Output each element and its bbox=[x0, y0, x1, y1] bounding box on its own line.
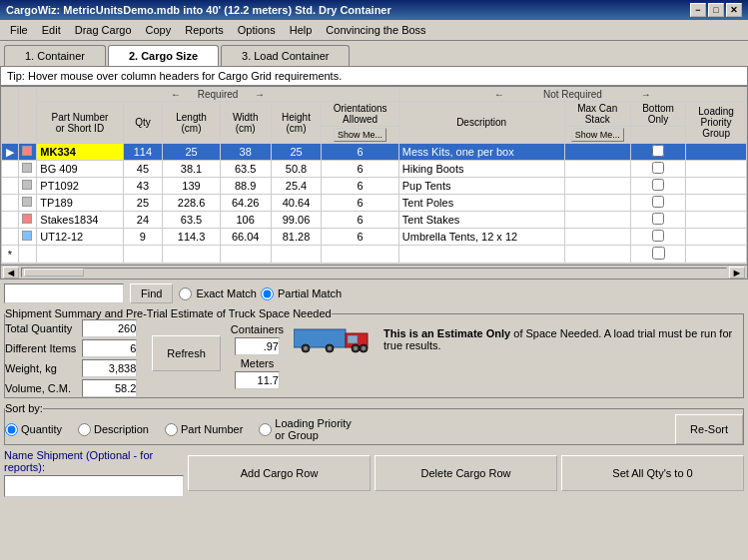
set-all-qtys-button[interactable]: Set All Qty's to 0 bbox=[561, 455, 744, 491]
new-row-bottom-only[interactable] bbox=[630, 246, 685, 264]
table-row[interactable]: ▶ MK334 114 25 38 25 6 Mess Kits, one pe… bbox=[2, 144, 747, 161]
row-description-cell[interactable]: Umbrella Tents, 12 x 12 bbox=[398, 229, 564, 246]
show-me-orientations-btn[interactable]: Show Me... bbox=[334, 128, 386, 142]
bottom-only-checkbox[interactable] bbox=[652, 196, 664, 208]
col-part-number-header[interactable]: Part Numberor Short ID bbox=[37, 102, 123, 144]
bottom-only-checkbox[interactable] bbox=[652, 179, 664, 191]
bottom-only-checkbox[interactable] bbox=[652, 162, 664, 174]
row-length-cell[interactable]: 38.1 bbox=[163, 161, 220, 178]
row-length-cell[interactable]: 114.3 bbox=[163, 229, 220, 246]
scroll-left-btn[interactable]: ◄ bbox=[3, 267, 19, 279]
row-width-cell[interactable]: 106 bbox=[220, 212, 271, 229]
row-width-cell[interactable]: 63.5 bbox=[220, 161, 271, 178]
menu-options[interactable]: Options bbox=[232, 22, 282, 38]
row-orientations-cell[interactable]: 6 bbox=[322, 229, 398, 246]
row-height-cell[interactable]: 50.8 bbox=[271, 161, 322, 178]
show-me-max-stack[interactable]: Show Me... bbox=[564, 127, 630, 144]
row-height-cell[interactable]: 25 bbox=[271, 144, 322, 161]
row-load-priority-cell[interactable] bbox=[686, 195, 747, 212]
row-max-stack-cell[interactable] bbox=[564, 212, 630, 229]
table-row[interactable]: UT12-12 9 114.3 66.04 81.28 6 Umbrella T… bbox=[2, 229, 747, 246]
row-orientations-cell[interactable]: 6 bbox=[322, 178, 398, 195]
bottom-only-checkbox[interactable] bbox=[652, 213, 664, 225]
menu-drag-cargo[interactable]: Drag Cargo bbox=[69, 22, 138, 38]
row-max-stack-cell[interactable] bbox=[564, 229, 630, 246]
resort-button[interactable]: Re-Sort bbox=[675, 414, 743, 444]
row-load-priority-cell[interactable] bbox=[686, 212, 747, 229]
row-height-cell[interactable]: 81.28 bbox=[271, 229, 322, 246]
row-description-cell[interactable]: Tent Poles bbox=[398, 195, 564, 212]
row-length-cell[interactable]: 25 bbox=[163, 144, 220, 161]
show-me-orientations[interactable]: Show Me... bbox=[322, 127, 398, 144]
sort-loading-priority[interactable]: Loading Priorityor Group bbox=[259, 417, 351, 441]
volume-value[interactable] bbox=[82, 379, 137, 397]
table-row[interactable]: PT1092 43 139 88.9 25.4 6 Pup Tents bbox=[2, 178, 747, 195]
meters-value[interactable] bbox=[235, 371, 280, 389]
sort-loading-priority-radio[interactable] bbox=[259, 423, 272, 436]
row-description-cell[interactable]: Hiking Boots bbox=[398, 161, 564, 178]
menu-convincing[interactable]: Convincing the Boss bbox=[320, 22, 431, 38]
row-part-id-cell[interactable]: Stakes1834 bbox=[37, 212, 123, 229]
new-row-height[interactable] bbox=[271, 246, 322, 264]
col-length-header[interactable]: Length(cm) bbox=[163, 102, 220, 144]
menu-file[interactable]: File bbox=[4, 22, 34, 38]
total-quantity-value[interactable] bbox=[82, 319, 137, 337]
row-max-stack-cell[interactable] bbox=[564, 178, 630, 195]
sort-quantity[interactable]: Quantity bbox=[5, 423, 62, 436]
table-row[interactable]: TP189 25 228.6 64.26 40.64 6 Tent Poles bbox=[2, 195, 747, 212]
new-row-orientations[interactable] bbox=[322, 246, 398, 264]
table-row[interactable]: BG 409 45 38.1 63.5 50.8 6 Hiking Boots bbox=[2, 161, 747, 178]
col-max-stack-header[interactable]: Max CanStack bbox=[564, 102, 630, 127]
minimize-button[interactable]: − bbox=[690, 3, 706, 17]
row-qty-cell[interactable]: 43 bbox=[123, 178, 163, 195]
new-row-part-id[interactable] bbox=[37, 246, 123, 264]
row-description-cell[interactable]: Mess Kits, one per box bbox=[398, 144, 564, 161]
tab-load-container[interactable]: 3. Load Container bbox=[221, 45, 350, 66]
row-width-cell[interactable]: 66.04 bbox=[220, 229, 271, 246]
row-width-cell[interactable]: 38 bbox=[220, 144, 271, 161]
bottom-only-checkbox[interactable] bbox=[652, 145, 664, 157]
show-me-max-stack-btn[interactable]: Show Me... bbox=[571, 128, 624, 142]
row-max-stack-cell[interactable] bbox=[564, 195, 630, 212]
row-height-cell[interactable]: 25.4 bbox=[271, 178, 322, 195]
row-orientations-cell[interactable]: 6 bbox=[322, 161, 398, 178]
refresh-button[interactable]: Refresh bbox=[152, 335, 221, 371]
row-height-cell[interactable]: 40.64 bbox=[271, 195, 322, 212]
row-qty-cell[interactable]: 9 bbox=[123, 229, 163, 246]
row-bottom-only-cell[interactable] bbox=[630, 178, 685, 195]
sort-description-radio[interactable] bbox=[78, 423, 91, 436]
row-orientations-cell[interactable]: 6 bbox=[322, 144, 398, 161]
row-max-stack-cell[interactable] bbox=[564, 161, 630, 178]
row-bottom-only-cell[interactable] bbox=[630, 229, 685, 246]
weight-value[interactable] bbox=[82, 359, 137, 377]
row-bottom-only-cell[interactable] bbox=[630, 212, 685, 229]
exact-match-radio[interactable] bbox=[179, 287, 192, 300]
tab-cargo-size[interactable]: 2. Cargo Size bbox=[108, 45, 219, 66]
new-row-width[interactable] bbox=[220, 246, 271, 264]
col-qty-header[interactable]: Qty bbox=[123, 102, 163, 144]
col-width-header[interactable]: Width(cm) bbox=[220, 102, 271, 144]
row-length-cell[interactable]: 228.6 bbox=[163, 195, 220, 212]
row-qty-cell[interactable]: 24 bbox=[123, 212, 163, 229]
scroll-right-btn[interactable]: ► bbox=[729, 267, 745, 279]
sort-quantity-radio[interactable] bbox=[5, 423, 18, 436]
col-load-priority-header[interactable]: LoadingPriorityGroup bbox=[686, 102, 747, 144]
partial-match-radio[interactable] bbox=[261, 287, 274, 300]
bottom-only-checkbox[interactable] bbox=[652, 247, 665, 260]
col-description-header[interactable]: Description bbox=[398, 102, 564, 144]
row-max-stack-cell[interactable] bbox=[564, 144, 630, 161]
containers-value[interactable] bbox=[235, 337, 280, 355]
add-cargo-row-button[interactable]: Add Cargo Row bbox=[188, 455, 371, 491]
sort-description[interactable]: Description bbox=[78, 423, 149, 436]
row-orientations-cell[interactable]: 6 bbox=[322, 212, 398, 229]
col-orientations-header[interactable]: OrientationsAllowed bbox=[322, 102, 398, 127]
row-qty-cell[interactable]: 25 bbox=[123, 195, 163, 212]
search-input[interactable] bbox=[4, 283, 124, 303]
col-bottom-only-header[interactable]: BottomOnly bbox=[630, 102, 685, 127]
find-button[interactable]: Find bbox=[130, 283, 173, 303]
row-width-cell[interactable]: 64.26 bbox=[220, 195, 271, 212]
row-description-cell[interactable]: Tent Stakes bbox=[398, 212, 564, 229]
new-row-qty[interactable] bbox=[123, 246, 163, 264]
bottom-only-checkbox[interactable] bbox=[652, 230, 664, 242]
new-row-priority[interactable] bbox=[686, 246, 747, 264]
